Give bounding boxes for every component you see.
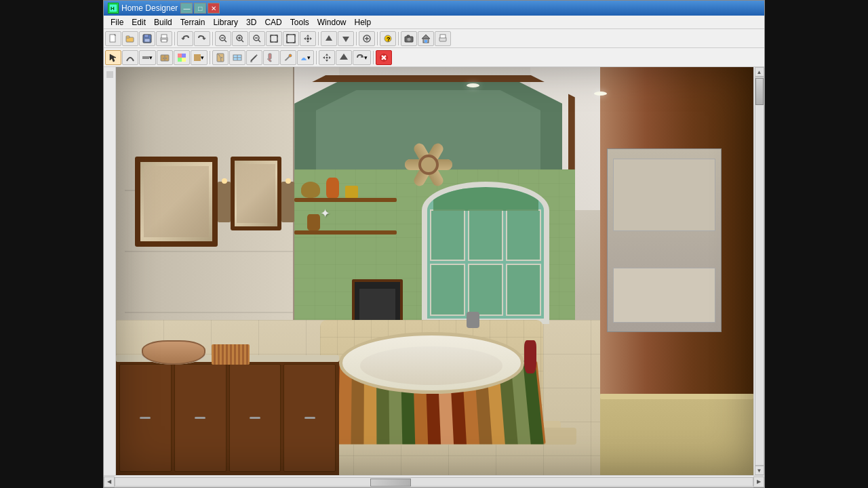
handle-2 [195, 417, 205, 419]
drawer-4 [283, 364, 336, 472]
minimize-button[interactable]: — [180, 3, 193, 14]
zoom-in-button[interactable] [232, 31, 248, 46]
vase-2 [345, 186, 358, 198]
scroll-right-button[interactable]: ▶ [753, 476, 764, 487]
svg-marker-26 [304, 37, 306, 40]
stone-line-3 [125, 312, 293, 313]
pane-1 [430, 209, 465, 262]
svg-rect-63 [269, 54, 271, 59]
shelf-left-bottom [294, 230, 396, 235]
pane-6 [506, 264, 541, 316]
print2-button[interactable] [435, 31, 451, 46]
menu-cad[interactable]: CAD [260, 16, 285, 28]
fit-window-button[interactable] [266, 31, 282, 46]
window-tool-button[interactable] [229, 50, 245, 65]
fill-dropdown[interactable]: ▾ [297, 50, 314, 65]
right-steps [600, 394, 753, 475]
menu-build[interactable]: Build [150, 16, 176, 28]
maximize-button[interactable]: □ [194, 3, 206, 14]
print-button[interactable] [156, 31, 172, 46]
svg-line-16 [241, 40, 243, 42]
close-button[interactable]: ✕ [208, 3, 220, 14]
up-arrow-button[interactable] [321, 31, 337, 46]
shower-fixture [613, 159, 715, 232]
svg-marker-72 [340, 54, 348, 60]
redo-button[interactable] [194, 31, 210, 46]
zoom-out-region-button[interactable] [215, 31, 231, 46]
svg-rect-8 [144, 39, 150, 42]
svg-point-48 [163, 58, 164, 59]
house-button[interactable] [418, 31, 434, 46]
svg-rect-51 [182, 54, 186, 58]
canvas-area[interactable]: ✦ [116, 67, 753, 475]
camera-button[interactable] [401, 31, 417, 46]
save-button[interactable] [139, 31, 155, 46]
down-arrow-button[interactable] [338, 31, 354, 46]
h-scroll-thumb[interactable] [370, 479, 411, 487]
toolbar-separator-2 [212, 32, 213, 45]
svg-marker-29 [326, 35, 332, 41]
scroll-down-button[interactable]: ▼ [755, 466, 764, 475]
add-button[interactable] [359, 31, 375, 46]
vertical-scrollbar: ▲ ▼ [753, 67, 764, 475]
move-tool-button[interactable] [319, 50, 335, 65]
arc-tool-button[interactable] [122, 50, 138, 65]
eyedropper-tool-button[interactable] [280, 50, 296, 65]
color-tool-button[interactable] [174, 50, 190, 65]
scroll-up-button[interactable]: ▲ [755, 67, 764, 77]
window-arch-view [433, 187, 538, 211]
handle-4 [304, 417, 315, 419]
move-up-button[interactable] [336, 50, 352, 65]
bathtub-interior [360, 346, 502, 384]
material-dropdown[interactable]: ▾ [191, 50, 208, 65]
svg-rect-5 [126, 36, 130, 38]
menu-window[interactable]: Window [313, 16, 351, 28]
help-button[interactable]: ? [380, 31, 396, 46]
cabinet-tool-button[interactable] [157, 50, 173, 65]
svg-line-60 [251, 56, 256, 61]
svg-rect-10 [161, 35, 167, 38]
select-tool-button[interactable] [105, 50, 121, 65]
pane-3 [506, 209, 541, 262]
mirror-reflection [144, 166, 209, 237]
scroll-thumb[interactable] [755, 78, 764, 105]
delete-button[interactable] [376, 50, 392, 65]
draw-tool-button[interactable] [246, 50, 262, 65]
rotate-dropdown[interactable]: ▾ [353, 50, 371, 65]
toolbar-main: ? [104, 29, 764, 48]
menu-terrain[interactable]: Terrain [176, 16, 210, 28]
drawer-1 [119, 364, 172, 472]
svg-rect-22 [271, 35, 277, 42]
svg-point-28 [307, 37, 309, 40]
svg-rect-45 [142, 56, 149, 59]
svg-marker-44 [110, 54, 116, 62]
menu-bar: File Edit Build Terrain Library 3D CAD T… [104, 16, 764, 29]
scroll-left-button[interactable]: ◀ [104, 476, 115, 487]
paint-tool-button[interactable] [263, 50, 279, 65]
door-tool-button[interactable] [212, 50, 229, 65]
menu-tools[interactable]: Tools [286, 16, 313, 28]
h-scroll-track[interactable] [115, 477, 753, 487]
menu-edit[interactable]: Edit [127, 16, 150, 28]
scroll-track[interactable] [755, 77, 764, 466]
svg-marker-30 [342, 37, 349, 42]
full-screen-button[interactable] [283, 31, 299, 46]
shelf-item-1 [301, 182, 320, 198]
menu-help[interactable]: Help [350, 16, 375, 28]
new-button[interactable] [105, 31, 121, 46]
svg-text:H: H [111, 5, 115, 12]
wall-type-dropdown[interactable]: ▾ [139, 50, 156, 65]
pan-button[interactable] [300, 31, 316, 46]
left-ruler [104, 67, 116, 475]
menu-library[interactable]: Library [209, 16, 242, 28]
svg-point-56 [221, 57, 222, 58]
menu-3d[interactable]: 3D [242, 16, 260, 28]
svg-point-71 [326, 56, 328, 58]
menu-file[interactable]: File [106, 16, 127, 28]
zoom-out-button[interactable] [249, 31, 265, 46]
svg-text:?: ? [387, 36, 391, 43]
open-button[interactable] [122, 31, 138, 46]
svg-rect-52 [178, 58, 182, 62]
svg-marker-25 [307, 41, 309, 43]
undo-button[interactable] [177, 31, 193, 46]
